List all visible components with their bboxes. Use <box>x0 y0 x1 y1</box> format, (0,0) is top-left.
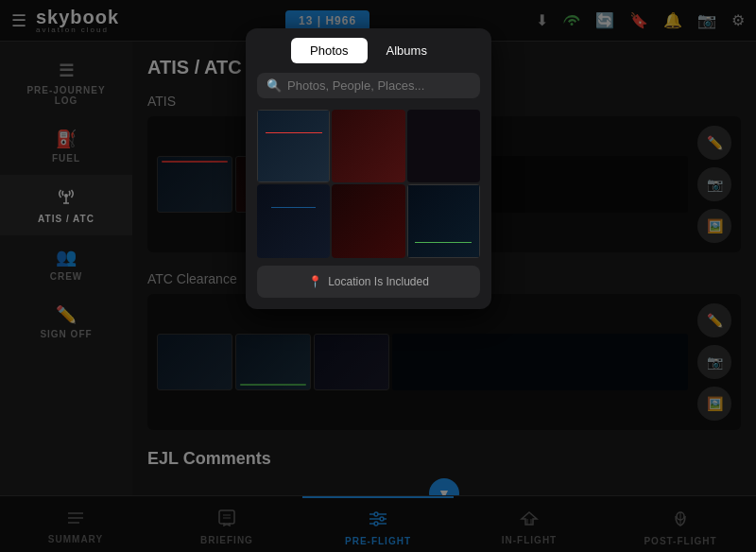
picker-grid <box>246 106 491 262</box>
picker-thumb-4[interactable] <box>257 184 330 257</box>
picker-thumb-3[interactable] <box>407 110 480 182</box>
picker-search-input[interactable] <box>287 78 471 93</box>
picker-thumb-2[interactable] <box>332 110 404 182</box>
picker-tabs: Photos Albums <box>246 28 491 63</box>
picker-tab-photos[interactable]: Photos <box>291 38 367 63</box>
picker-search-icon: 🔍 <box>266 78 282 93</box>
picker-thumb-1[interactable] <box>257 110 330 182</box>
picker-tab-albums[interactable]: Albums <box>368 38 446 63</box>
picker-thumb-5[interactable] <box>332 184 404 257</box>
picker-location: 📍 Location Is Included <box>257 266 480 298</box>
location-icon: 📍 <box>308 275 322 288</box>
photo-picker: Photos Albums 🔍 📍 Locatio <box>246 28 491 309</box>
picker-thumb-6[interactable] <box>407 184 480 257</box>
picker-location-text: Location Is Included <box>328 275 429 288</box>
picker-search: 🔍 <box>257 73 480 98</box>
